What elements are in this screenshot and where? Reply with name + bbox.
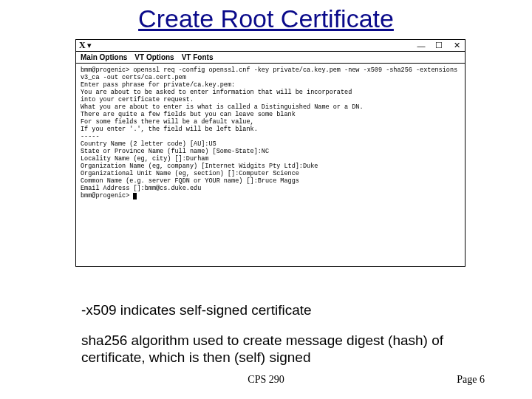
note-sha256: sha256 algorithm used to create message … xyxy=(81,332,466,366)
maximize-button[interactable]: ☐ xyxy=(434,41,444,50)
slide-notes: -x509 indicates self-signed certificate … xyxy=(81,302,466,366)
minimize-button[interactable]: — xyxy=(416,41,426,50)
slide-footer: CPS 290 Page 6 xyxy=(0,374,532,386)
course-code: CPS 290 xyxy=(248,374,284,386)
term-line: Email Address []:bmm@cs.duke.edu xyxy=(81,185,201,192)
term-line: For some fields there will be a default … xyxy=(81,118,254,126)
terminal-menubar: Main Options VT Options VT Fonts xyxy=(76,52,465,64)
term-line: Enter pass phrase for private/ca.key.pem… xyxy=(81,81,235,89)
window-titlebar: X ▾ — ☐ ✕ xyxy=(76,40,465,52)
term-line: ----- xyxy=(81,133,100,140)
menu-main-options[interactable]: Main Options xyxy=(81,53,127,61)
term-line: into your certificate request. xyxy=(81,96,194,103)
term-line: Locality Name (eg, city) []:Durham xyxy=(81,155,208,163)
xterm-logo-icon: X xyxy=(79,40,86,51)
menu-vt-options[interactable]: VT Options xyxy=(134,53,174,61)
term-line: Common Name (e.g. server FQDN or YOUR na… xyxy=(81,177,299,185)
term-line: Organization Name (eg, company) [Interne… xyxy=(81,163,318,170)
term-line: bmm@progenic> openssl req -config openss… xyxy=(81,66,461,81)
term-line: What you are about to enter is what is c… xyxy=(81,103,364,111)
cursor-icon xyxy=(133,193,137,200)
terminal-content: bmm@progenic> openssl req -config openss… xyxy=(76,64,465,202)
terminal-window: X ▾ — ☐ ✕ Main Options VT Options VT Fon… xyxy=(75,39,466,267)
slide-title: Create Root Certificate xyxy=(0,0,532,36)
dropdown-arrow-icon: ▾ xyxy=(87,41,92,50)
close-button[interactable]: ✕ xyxy=(451,41,462,50)
menu-vt-fonts[interactable]: VT Fonts xyxy=(182,53,214,61)
page-number: Page 6 xyxy=(457,374,485,386)
term-line: Country Name (2 letter code) [AU]:US xyxy=(81,140,216,148)
note-x509: -x509 indicates self-signed certificate xyxy=(81,302,466,319)
term-line: You are about to be asked to enter infor… xyxy=(81,89,352,96)
term-line: State or Province Name (full name) [Some… xyxy=(81,148,269,155)
term-line: bmm@progenic> xyxy=(81,192,129,200)
term-line: Organizational Unit Name (eg, section) [… xyxy=(81,170,299,177)
term-line: If you enter '.', the field will be left… xyxy=(81,126,258,133)
term-line: There are quite a few fields but you can… xyxy=(81,111,296,118)
